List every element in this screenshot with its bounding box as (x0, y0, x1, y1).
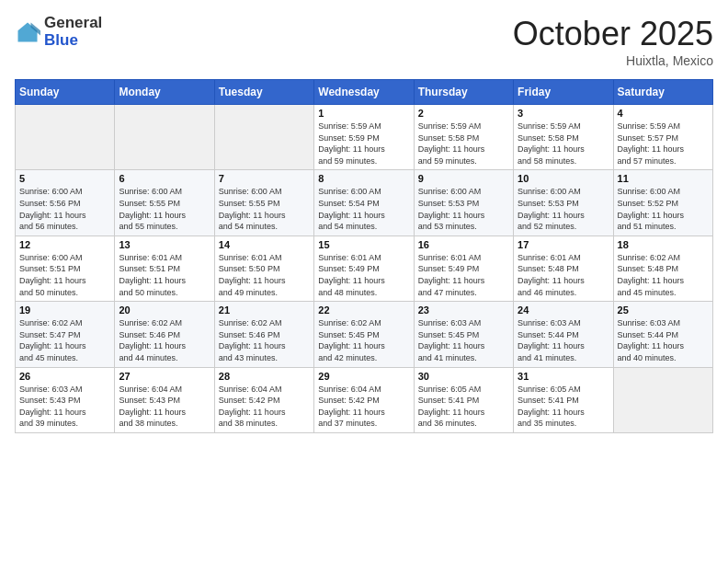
logo-blue-text: Blue (44, 32, 102, 50)
weekday-header: Tuesday (214, 80, 313, 105)
day-info: Sunrise: 6:03 AM Sunset: 5:44 PM Dayligh… (518, 317, 609, 363)
calendar-cell: 20Sunrise: 6:02 AM Sunset: 5:46 PM Dayli… (115, 302, 214, 367)
calendar-cell (115, 105, 214, 170)
day-info: Sunrise: 6:00 AM Sunset: 5:53 PM Dayligh… (418, 186, 509, 232)
calendar-week-row: 19Sunrise: 6:02 AM Sunset: 5:47 PM Dayli… (16, 302, 713, 367)
day-number: 11 (618, 173, 709, 184)
day-info: Sunrise: 6:03 AM Sunset: 5:44 PM Dayligh… (618, 317, 709, 363)
calendar-cell: 4Sunrise: 5:59 AM Sunset: 5:57 PM Daylig… (613, 105, 712, 170)
day-number: 8 (318, 173, 409, 184)
calendar-cell: 11Sunrise: 6:00 AM Sunset: 5:52 PM Dayli… (613, 170, 712, 236)
day-number: 24 (518, 304, 609, 316)
calendar-cell: 31Sunrise: 6:05 AM Sunset: 5:41 PM Dayli… (514, 367, 613, 432)
calendar-cell: 12Sunrise: 6:00 AM Sunset: 5:51 PM Dayli… (16, 236, 115, 301)
calendar-cell: 13Sunrise: 6:01 AM Sunset: 5:51 PM Dayli… (115, 236, 214, 301)
day-info: Sunrise: 6:00 AM Sunset: 5:55 PM Dayligh… (219, 186, 310, 232)
day-info: Sunrise: 6:05 AM Sunset: 5:41 PM Dayligh… (518, 384, 609, 430)
day-number: 30 (418, 371, 509, 382)
calendar-week-row: 12Sunrise: 6:00 AM Sunset: 5:51 PM Dayli… (16, 236, 713, 301)
weekday-header: Monday (115, 80, 214, 105)
day-number: 6 (119, 173, 210, 184)
day-info: Sunrise: 6:04 AM Sunset: 5:42 PM Dayligh… (219, 384, 310, 430)
calendar-cell: 15Sunrise: 6:01 AM Sunset: 5:49 PM Dayli… (314, 236, 414, 301)
day-number: 22 (318, 304, 409, 316)
day-info: Sunrise: 6:01 AM Sunset: 5:50 PM Dayligh… (219, 252, 310, 298)
svg-marker-0 (18, 22, 38, 41)
calendar-cell: 24Sunrise: 6:03 AM Sunset: 5:44 PM Dayli… (514, 302, 613, 367)
calendar-cell: 25Sunrise: 6:03 AM Sunset: 5:44 PM Dayli… (613, 302, 712, 367)
calendar-cell (613, 367, 712, 432)
calendar-cell: 19Sunrise: 6:02 AM Sunset: 5:47 PM Dayli… (16, 302, 115, 367)
calendar-cell: 27Sunrise: 6:04 AM Sunset: 5:43 PM Dayli… (115, 367, 214, 432)
calendar-cell: 14Sunrise: 6:01 AM Sunset: 5:50 PM Dayli… (214, 236, 313, 301)
day-number: 7 (219, 173, 310, 184)
calendar-cell: 9Sunrise: 6:00 AM Sunset: 5:53 PM Daylig… (414, 170, 513, 236)
calendar-cell: 2Sunrise: 5:59 AM Sunset: 5:58 PM Daylig… (414, 105, 513, 170)
weekday-header: Thursday (414, 80, 513, 105)
weekday-header: Wednesday (314, 80, 414, 105)
day-info: Sunrise: 6:01 AM Sunset: 5:51 PM Dayligh… (119, 252, 210, 298)
logo-text: General Blue (44, 15, 102, 49)
day-info: Sunrise: 5:59 AM Sunset: 5:58 PM Dayligh… (518, 121, 609, 167)
logo-icon (15, 19, 40, 45)
day-number: 1 (318, 108, 409, 119)
day-info: Sunrise: 6:03 AM Sunset: 5:43 PM Dayligh… (19, 384, 110, 430)
weekday-header: Sunday (16, 80, 115, 105)
day-info: Sunrise: 5:59 AM Sunset: 5:59 PM Dayligh… (318, 121, 409, 167)
day-number: 29 (318, 371, 409, 382)
day-number: 20 (119, 304, 210, 316)
day-number: 9 (418, 173, 509, 184)
day-number: 17 (518, 239, 609, 250)
day-number: 4 (618, 108, 709, 119)
day-number: 2 (418, 108, 509, 119)
day-info: Sunrise: 5:59 AM Sunset: 5:58 PM Dayligh… (418, 121, 509, 167)
calendar-cell: 21Sunrise: 6:02 AM Sunset: 5:46 PM Dayli… (214, 302, 313, 367)
calendar-header: SundayMondayTuesdayWednesdayThursdayFrid… (16, 80, 713, 105)
calendar-cell: 8Sunrise: 6:00 AM Sunset: 5:54 PM Daylig… (314, 170, 414, 236)
weekday-header: Saturday (613, 80, 712, 105)
day-number: 25 (618, 304, 709, 316)
day-info: Sunrise: 6:02 AM Sunset: 5:46 PM Dayligh… (219, 317, 310, 363)
calendar-cell: 29Sunrise: 6:04 AM Sunset: 5:42 PM Dayli… (314, 367, 414, 432)
calendar-cell (214, 105, 313, 170)
logo: General Blue (15, 15, 102, 49)
day-number: 23 (418, 304, 509, 316)
calendar-cell: 5Sunrise: 6:00 AM Sunset: 5:56 PM Daylig… (16, 170, 115, 236)
day-number: 3 (518, 108, 609, 119)
day-info: Sunrise: 6:01 AM Sunset: 5:49 PM Dayligh… (418, 252, 509, 298)
calendar-cell: 30Sunrise: 6:05 AM Sunset: 5:41 PM Dayli… (414, 367, 513, 432)
calendar-week-row: 1Sunrise: 5:59 AM Sunset: 5:59 PM Daylig… (16, 105, 713, 170)
day-info: Sunrise: 6:02 AM Sunset: 5:45 PM Dayligh… (318, 317, 409, 363)
day-number: 28 (219, 371, 310, 382)
day-info: Sunrise: 6:03 AM Sunset: 5:45 PM Dayligh… (418, 317, 509, 363)
day-number: 12 (19, 239, 110, 250)
day-number: 21 (219, 304, 310, 316)
day-info: Sunrise: 6:01 AM Sunset: 5:48 PM Dayligh… (518, 252, 609, 298)
day-number: 26 (19, 371, 110, 382)
calendar-cell: 26Sunrise: 6:03 AM Sunset: 5:43 PM Dayli… (16, 367, 115, 432)
calendar-cell: 18Sunrise: 6:02 AM Sunset: 5:48 PM Dayli… (613, 236, 712, 301)
day-number: 27 (119, 371, 210, 382)
calendar-cell: 16Sunrise: 6:01 AM Sunset: 5:49 PM Dayli… (414, 236, 513, 301)
page-header: General Blue October 2025 Huixtla, Mexic… (15, 15, 713, 68)
logo-general-text: General (44, 15, 102, 32)
calendar-week-row: 26Sunrise: 6:03 AM Sunset: 5:43 PM Dayli… (16, 367, 713, 432)
day-number: 19 (19, 304, 110, 316)
calendar-cell: 10Sunrise: 6:00 AM Sunset: 5:53 PM Dayli… (514, 170, 613, 236)
day-info: Sunrise: 6:02 AM Sunset: 5:48 PM Dayligh… (618, 252, 709, 298)
calendar-body: 1Sunrise: 5:59 AM Sunset: 5:59 PM Daylig… (16, 105, 713, 433)
day-info: Sunrise: 6:02 AM Sunset: 5:46 PM Dayligh… (119, 317, 210, 363)
weekday-header-row: SundayMondayTuesdayWednesdayThursdayFrid… (16, 80, 713, 105)
day-number: 16 (418, 239, 509, 250)
day-number: 15 (318, 239, 409, 250)
calendar-cell: 23Sunrise: 6:03 AM Sunset: 5:45 PM Dayli… (414, 302, 513, 367)
calendar-cell: 6Sunrise: 6:00 AM Sunset: 5:55 PM Daylig… (115, 170, 214, 236)
day-number: 10 (518, 173, 609, 184)
calendar-cell: 1Sunrise: 5:59 AM Sunset: 5:59 PM Daylig… (314, 105, 414, 170)
day-info: Sunrise: 6:04 AM Sunset: 5:43 PM Dayligh… (119, 384, 210, 430)
day-number: 5 (19, 173, 110, 184)
day-number: 14 (219, 239, 310, 250)
day-number: 18 (618, 239, 709, 250)
day-info: Sunrise: 6:00 AM Sunset: 5:56 PM Dayligh… (19, 186, 110, 232)
calendar-cell (16, 105, 115, 170)
